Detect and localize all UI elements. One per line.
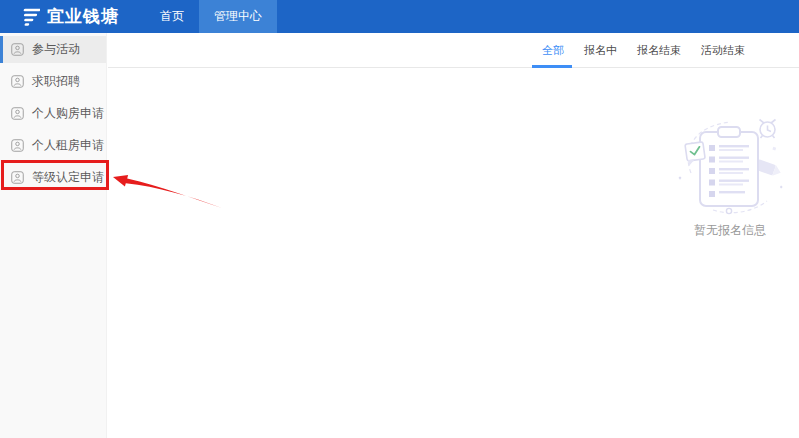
user-icon <box>11 75 24 88</box>
sidebar-item-label: 参与活动 <box>32 41 80 58</box>
sidebar-item-label: 求职招聘 <box>32 73 80 90</box>
sidebar-item-label: 等级认定申请 <box>32 169 104 186</box>
sidebar-item-level-certification[interactable]: 等级认定申请 <box>0 164 106 191</box>
user-icon <box>11 43 24 56</box>
user-icon <box>11 139 24 152</box>
tab-all[interactable]: 全部 <box>540 33 566 68</box>
brand-logo-icon <box>18 6 40 28</box>
empty-state: 暂无报名信息 <box>660 115 799 239</box>
nav-item-management-center[interactable]: 管理中心 <box>199 0 277 33</box>
tab-bar: 全部 报名中 报名结束 活动结束 <box>108 33 799 68</box>
top-navbar: 宜业钱塘 首页 管理中心 <box>0 0 799 33</box>
tab-registering[interactable]: 报名中 <box>582 33 619 68</box>
sidebar: 参与活动 求职招聘 个人购房申请 个人租房申请 <box>0 33 107 438</box>
empty-clipboard-illustration-icon <box>669 115 791 215</box>
tab-activity-ended[interactable]: 活动结束 <box>699 33 747 68</box>
sidebar-item-label: 个人租房申请 <box>32 137 104 154</box>
user-icon <box>11 171 24 184</box>
sidebar-item-join-activity[interactable]: 参与活动 <box>0 36 106 63</box>
main-content: 全部 报名中 报名结束 活动结束 <box>108 33 799 438</box>
sidebar-item-personal-house-rental[interactable]: 个人租房申请 <box>0 132 106 159</box>
user-icon <box>11 107 24 120</box>
tab-registration-ended[interactable]: 报名结束 <box>635 33 683 68</box>
page: 宜业钱塘 首页 管理中心 参与活动 求职招聘 <box>0 0 799 438</box>
nav-item-home[interactable]: 首页 <box>145 0 199 33</box>
sidebar-item-personal-house-purchase[interactable]: 个人购房申请 <box>0 100 106 127</box>
nav-items: 首页 管理中心 <box>145 0 277 33</box>
brand-title: 宜业钱塘 <box>47 5 119 28</box>
sidebar-item-job-recruit[interactable]: 求职招聘 <box>0 68 106 95</box>
brand[interactable]: 宜业钱塘 <box>0 0 119 33</box>
sidebar-item-label: 个人购房申请 <box>32 105 104 122</box>
empty-state-message: 暂无报名信息 <box>660 222 799 239</box>
